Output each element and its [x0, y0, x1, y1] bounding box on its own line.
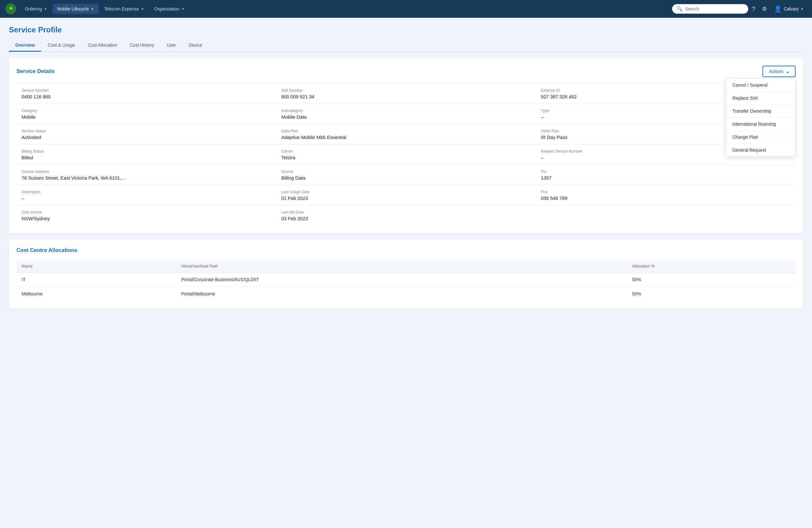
field-block: Cost Centre NSW/Sydney: [16, 205, 276, 226]
field-value: Billed: [21, 155, 271, 160]
field-value: Telstra: [281, 155, 531, 160]
tab-user[interactable]: User: [160, 39, 183, 52]
field-label: Last Usage Date: [281, 190, 531, 194]
field-block: Subcategory Mobile Data: [276, 104, 536, 124]
field-label: Description: [21, 190, 271, 194]
action-cancel-suspend[interactable]: Cancel / Suspend: [726, 79, 795, 92]
actions-chevron-up: [786, 69, 789, 74]
allocation-percent: 50%: [627, 287, 796, 301]
field-block: Source Billing Data: [276, 165, 536, 185]
field-label: Last Bill Date: [281, 210, 531, 214]
field-value: 1357: [541, 175, 791, 181]
cost-centre-title: Cost Centre Allocations: [16, 247, 77, 254]
actions-button[interactable]: Actions: [763, 66, 796, 77]
nav-item-telecom-expense[interactable]: Telecom Expense: [100, 4, 148, 14]
service-details-header: Service Details Actions Cancel / Suspend…: [16, 66, 796, 77]
field-block: Service Number 0400 116 860: [16, 84, 276, 104]
organisation-chevron: [182, 7, 185, 11]
search-input[interactable]: [685, 6, 744, 11]
settings-icon-button[interactable]: ⚙: [759, 3, 769, 14]
field-label: Puk: [541, 190, 791, 194]
tab-device[interactable]: Device: [183, 39, 209, 52]
tab-bar: Overview Cost & Usage Cost Allocation Co…: [9, 39, 803, 52]
action-transfer-ownership[interactable]: Transfer Ownership: [726, 105, 795, 118]
page-title: Service Profile: [9, 25, 803, 34]
cost-centre-allocations-card: Cost Centre Allocations Name Hierachachi…: [9, 240, 803, 309]
tab-cost-history[interactable]: Cost History: [124, 39, 160, 52]
field-value: 03 Feb 2023: [281, 216, 531, 221]
field-block: Description –: [16, 185, 276, 205]
field-label: Service Address: [21, 169, 271, 174]
actions-dropdown-wrapper: Actions Cancel / Suspend Replace SIM Tra…: [763, 66, 796, 77]
field-value: Mobile: [21, 114, 271, 119]
field-value: Billing Data: [281, 175, 531, 181]
field-label: SIM Number: [281, 88, 531, 92]
field-value: 800 009 921 34: [281, 94, 531, 99]
action-change-plan[interactable]: Change Plan: [726, 131, 795, 144]
col-path: Hierachachical Path: [176, 260, 627, 273]
allocations-table-body: IT Portal/Corporate Business/AUS/QLD/IT …: [16, 273, 796, 301]
telecom-expense-chevron: [141, 7, 144, 11]
user-avatar-icon: 👤: [774, 5, 782, 13]
field-label: Data Plan: [281, 129, 531, 133]
action-replace-sim[interactable]: Replace SIM: [726, 92, 795, 105]
field-block: Puk 056 546 789: [536, 185, 796, 205]
help-icon: ?: [752, 5, 756, 13]
allocations-table-wrapper: Name Hierachachical Path Allocation % IT…: [16, 260, 796, 301]
tab-cost-usage[interactable]: Cost & Usage: [41, 39, 81, 52]
field-block: Last Bill Date 03 Feb 2023: [276, 205, 536, 226]
allocation-name: IT: [16, 273, 176, 287]
field-block: SIM Number 800 009 921 34: [276, 84, 536, 104]
app-logo: ✦: [5, 3, 16, 15]
nav-item-organisation[interactable]: Organisation: [150, 4, 189, 14]
user-chevron: [801, 7, 804, 11]
tab-cost-allocation[interactable]: Cost Allocation: [82, 39, 124, 52]
field-label: Carrier: [281, 149, 531, 154]
field-label: Service Status: [21, 129, 271, 133]
field-value: 056 546 789: [541, 196, 791, 201]
mobile-lifecycle-chevron: [91, 7, 94, 11]
allocation-name: Melbourne: [16, 287, 176, 301]
col-allocation: Allocation %: [627, 260, 796, 273]
nav-item-ordering[interactable]: Ordering: [20, 4, 52, 14]
field-block: Carrier Telstra: [276, 144, 536, 165]
tab-overview[interactable]: Overview: [9, 39, 41, 52]
cost-centre-header: Cost Centre Allocations: [16, 247, 796, 254]
field-label: Subcategory: [281, 109, 531, 113]
allocation-path: Portal/Corporate Business/AUS/QLD/IT: [176, 273, 627, 287]
help-icon-button[interactable]: ?: [750, 3, 758, 15]
navbar: ✦ Ordering Mobile Lifecycle Telecom Expe…: [0, 0, 812, 18]
field-block: Pin 1357: [536, 165, 796, 185]
actions-dropdown-menu: Cancel / Suspend Replace SIM Transfer Ow…: [726, 79, 796, 157]
field-value: Adaptive Mobile Mbb Essential: [281, 134, 531, 140]
service-details-card: Service Details Actions Cancel / Suspend…: [9, 58, 803, 233]
allocations-table-head: Name Hierachachical Path Allocation %: [16, 260, 796, 273]
field-value: Activated: [21, 134, 271, 140]
field-value: 0400 116 860: [21, 94, 271, 99]
nav-item-mobile-lifecycle[interactable]: Mobile Lifecycle: [53, 4, 98, 14]
gear-icon: ⚙: [762, 5, 767, 12]
ordering-chevron: [44, 7, 47, 11]
allocation-percent: 50%: [627, 273, 796, 287]
svg-text:✦: ✦: [9, 5, 13, 12]
field-value: NSW/Sydney: [21, 216, 271, 221]
col-name: Name: [16, 260, 176, 273]
field-label: Source: [281, 169, 531, 174]
field-value: Mobile Data: [281, 114, 531, 119]
table-row: Melbourne Portal/Melbourne 50%: [16, 287, 796, 301]
user-name: Calvary: [784, 6, 799, 11]
field-label: Cost Centre: [21, 210, 271, 214]
page-content: Service Profile Overview Cost & Usage Co…: [0, 18, 812, 323]
search-bar[interactable]: 🔍: [672, 4, 748, 14]
field-block: [536, 205, 796, 226]
field-block: Service Status Activated: [16, 124, 276, 144]
field-value: 76 Sussex Street, East Victoria Park, WA…: [21, 175, 271, 181]
user-menu[interactable]: 👤 Calvary: [771, 3, 807, 15]
action-international-roaming[interactable]: International Roaming: [726, 118, 795, 131]
allocations-table: Name Hierachachical Path Allocation % IT…: [16, 260, 796, 301]
field-label: Category: [21, 109, 271, 113]
field-block: Category Mobile: [16, 104, 276, 124]
action-general-request[interactable]: General Request: [726, 144, 795, 156]
field-block: Data Plan Adaptive Mobile Mbb Essential: [276, 124, 536, 144]
table-row: IT Portal/Corporate Business/AUS/QLD/IT …: [16, 273, 796, 287]
